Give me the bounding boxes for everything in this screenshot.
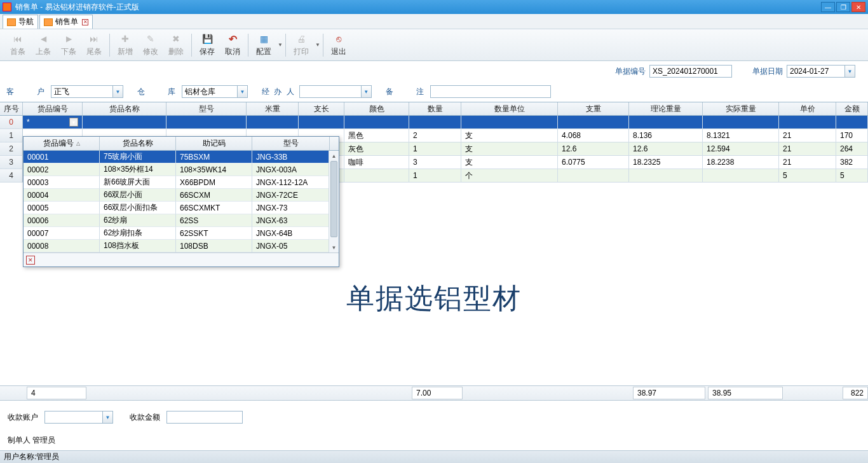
tab-sales-order[interactable]: 销售单 ✕ [39,15,93,29]
cell[interactable]: 12.6 [558,142,629,156]
cell[interactable] [409,116,461,129]
remark-input[interactable] [430,85,551,98]
tab-navigation[interactable]: 导航 [3,15,38,29]
cell[interactable]: 咖啡 [344,156,409,169]
scroll-down-icon[interactable]: ▼ [329,242,339,252]
cell[interactable]: 2 [409,129,461,142]
cell[interactable] [703,169,779,183]
cell[interactable]: 18.2325 [629,156,703,169]
cell[interactable] [247,116,299,129]
add-button[interactable]: 新增 [112,31,138,60]
cell[interactable]: 支 [461,142,558,156]
cell[interactable]: 1 [409,142,461,156]
col-name[interactable]: 货品名称 [83,102,166,115]
cell[interactable]: 12.594 [703,142,779,156]
cell[interactable]: *▼ [23,116,83,129]
customer-input[interactable] [51,86,112,97]
cell[interactable]: 21 [779,142,836,156]
cell[interactable]: 6.0775 [558,156,629,169]
edit-button[interactable]: 修改 [138,31,163,60]
cell[interactable]: 18.2238 [703,156,779,169]
chevron-down-icon[interactable]: ▼ [102,411,112,423]
exit-button[interactable]: 退出 [326,31,351,60]
col-qty[interactable]: 数量 [409,102,461,115]
cell[interactable]: 1 [0,129,23,142]
last-button[interactable]: 尾条 [81,31,107,60]
lookup-row[interactable]: 00003新66玻屏大面X66BPDMJNGX-112-12A [24,176,339,189]
cell[interactable]: 382 [836,156,868,169]
lookup-col-model[interactable]: 型号 [252,137,330,150]
customer-combo[interactable]: ▼ [51,85,123,98]
lookup-col-code[interactable]: 货品编号△ [24,137,100,150]
cell[interactable]: 12.6 [629,142,703,156]
col-zc[interactable]: 支长 [299,102,344,115]
cell[interactable]: 8.136 [629,129,703,142]
col-amt[interactable]: 金额 [836,102,868,115]
cell[interactable]: 黑色 [344,129,409,142]
col-code[interactable]: 货品编号 [23,102,83,115]
account-combo[interactable]: ▼ [44,411,113,424]
cell[interactable] [779,116,836,129]
cell[interactable]: 0 [0,116,23,129]
cell[interactable] [461,116,558,129]
doc-date-combo[interactable]: ▼ [787,65,855,78]
cell[interactable]: 3 [409,156,461,169]
chevron-down-icon[interactable]: ▼ [69,118,78,127]
cell[interactable]: 264 [836,142,868,156]
chevron-down-icon[interactable]: ▼ [844,66,855,77]
lookup-scrollbar[interactable]: ▲ ▼ [329,151,339,252]
cell[interactable] [836,116,868,129]
lookup-col-mnem[interactable]: 助记码 [176,137,252,150]
lookup-row[interactable]: 00002108×35外框14108×35WK14JNGX-003A [24,163,339,176]
cell[interactable] [344,169,409,183]
cell[interactable]: 170 [836,129,868,142]
lookup-row[interactable]: 0000466双层小面66SCXMJNGX-72CE [24,189,339,202]
close-button[interactable]: ✕ [851,2,865,12]
cell[interactable]: 2 [0,142,23,156]
maximize-button[interactable]: ❐ [836,2,850,12]
cell[interactable]: 灰色 [344,142,409,156]
cell[interactable] [299,116,344,129]
doc-date-input[interactable] [787,66,844,77]
next-button[interactable]: 下条 [56,31,81,60]
save-button[interactable]: 保存 [194,31,220,60]
cell[interactable]: 21 [779,156,836,169]
cell[interactable]: 5 [836,169,868,183]
col-mz[interactable]: 米重 [247,102,299,115]
cell[interactable]: 支 [461,156,558,169]
cancel-button[interactable]: 取消 [220,31,245,60]
warehouse-input[interactable] [182,86,237,97]
cell[interactable] [703,116,779,129]
cell[interactable]: 支 [461,129,558,142]
cell[interactable]: 个 [461,169,558,183]
chevron-down-icon[interactable]: ▼ [237,86,247,97]
first-button[interactable]: 首条 [5,31,31,60]
cell[interactable]: 1 [409,169,461,183]
cell[interactable] [629,169,703,183]
cell[interactable] [166,116,247,129]
col-seq[interactable]: 序号 [0,102,23,115]
lookup-col-name[interactable]: 货品名称 [100,137,176,150]
cell[interactable] [558,116,629,129]
col-model[interactable]: 型号 [166,102,247,115]
lookup-row[interactable]: 0000566双层小面扣条66SCXMKTJNGX-73 [24,202,339,214]
col-unit[interactable]: 数量单位 [461,102,558,115]
col-sjzl[interactable]: 实际重量 [703,102,779,115]
col-llzl[interactable]: 理论重量 [629,102,703,115]
cell[interactable] [629,116,703,129]
lookup-close-icon[interactable]: ✕ [26,256,35,265]
cell[interactable]: 8.1321 [703,129,779,142]
cell[interactable] [558,169,629,183]
tab-close-icon[interactable]: ✕ [82,19,88,25]
prev-button[interactable]: 上条 [31,31,56,60]
cell[interactable]: 5 [779,169,836,183]
minimize-button[interactable]: — [821,2,835,12]
handler-input[interactable] [300,86,361,97]
scroll-thumb[interactable] [330,161,337,237]
cell[interactable]: 21 [779,129,836,142]
lookup-row[interactable]: 00008108挡水板108DSBJNGX-05 [24,240,339,252]
cell[interactable] [83,116,166,129]
lookup-row[interactable]: 0000662纱扇62SSJNGX-63 [24,214,339,227]
amount-input[interactable] [166,411,243,424]
cell[interactable] [344,116,409,129]
